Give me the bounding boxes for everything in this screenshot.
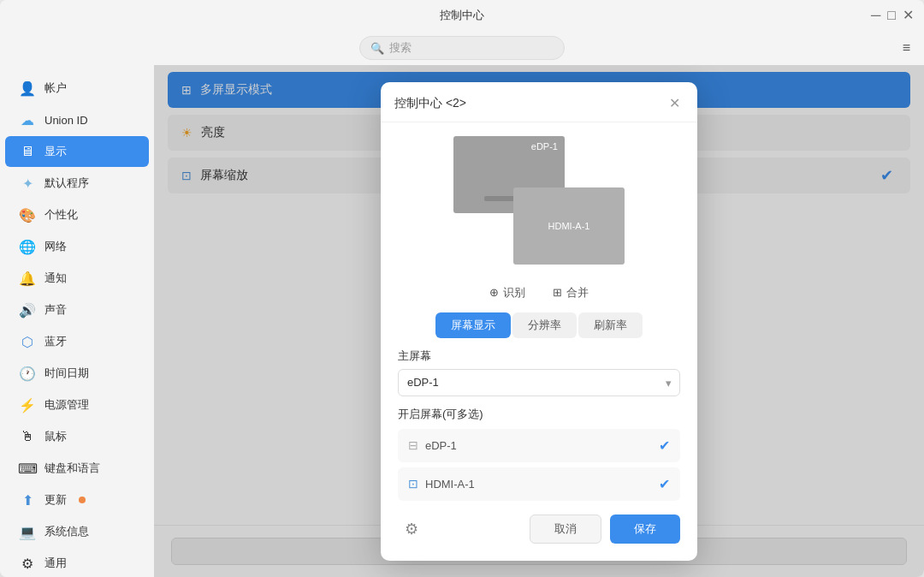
screen-hdmi-left: ⊡ HDMI-A-1	[408, 477, 475, 491]
tab-screen-display-label: 屏幕显示	[451, 318, 495, 331]
sidebar-item-mouse[interactable]: 🖱 鼠标	[5, 421, 149, 452]
sidebar-item-network[interactable]: 🌐 网络	[5, 231, 149, 262]
action-row: ⊕ 识别 ⊞ 合并	[381, 282, 697, 304]
primary-screen-select[interactable]: eDP-1 HDMI-A-1	[398, 369, 680, 396]
tab-refresh[interactable]: 刷新率	[578, 312, 643, 338]
notify-icon: 🔔	[19, 270, 36, 287]
tab-screen-display[interactable]: 屏幕显示	[435, 312, 511, 338]
bluetooth-icon: ⬡	[19, 333, 36, 350]
search-bar[interactable]: 🔍 搜索	[359, 36, 565, 60]
update-icon: ⬆	[19, 491, 36, 509]
identify-icon: ⊕	[489, 286, 499, 299]
footer-actions: 取消 保存	[530, 515, 680, 544]
content-area: ⊞ 多屏显示模式 ☀ 亮度 ⊡ 屏幕缩放 ✔ 自定义设置	[154, 65, 924, 577]
sidebar-label-mouse: 鼠标	[44, 429, 67, 444]
sidebar-item-power[interactable]: ⚡ 电源管理	[5, 390, 149, 420]
tab-resolution[interactable]: 分辨率	[512, 312, 577, 338]
sidebar-item-sound[interactable]: 🔊 声音	[5, 294, 149, 325]
screen-edp-label: eDP-1	[425, 439, 457, 452]
default-app-icon: ✦	[19, 175, 36, 192]
network-icon: 🌐	[19, 238, 36, 255]
modal-dialog: 控制中心 <2> ✕ eDP-1 HDMI-A-1	[381, 82, 697, 561]
sidebar-item-datetime[interactable]: 🕐 时间日期	[5, 358, 149, 389]
main-window: 控制中心 ─ □ ✕ 🔍 搜索 ≡ 👤 帐户 ☁ Union ID 🖥	[0, 0, 924, 577]
sidebar-label-account: 帐户	[44, 80, 67, 96]
display-hdmi-label: HDMI-A-1	[548, 221, 590, 231]
open-screens-label: 开启屏幕(可多选)	[398, 407, 680, 422]
display-edp-label: eDP-1	[531, 141, 558, 152]
settings-icon: ⚙	[405, 520, 418, 538]
update-badge	[79, 497, 86, 503]
identify-button[interactable]: ⊕ 识别	[483, 282, 532, 304]
modal-footer: ⚙ 取消 保存	[381, 506, 697, 544]
screen-edp-icon: ⊟	[408, 438, 418, 452]
screen-edp-left: ⊟ eDP-1	[408, 438, 457, 452]
search-bar-container: 🔍 搜索 ≡	[0, 31, 924, 65]
account-icon: 👤	[19, 80, 36, 97]
sidebar-label-keyboard: 键盘和语言	[44, 461, 100, 476]
merge-button[interactable]: ⊞ 合并	[546, 282, 595, 304]
sidebar-item-notify[interactable]: 🔔 通知	[5, 263, 149, 294]
sidebar-item-unionid[interactable]: ☁ Union ID	[5, 104, 149, 135]
window-title: 控制中心	[440, 8, 484, 23]
maximize-button[interactable]: □	[887, 9, 896, 22]
main-area: 👤 帐户 ☁ Union ID 🖥 显示 ✦ 默认程序 🎨 个性化 🌐	[0, 65, 924, 577]
title-bar: 控制中心 ─ □ ✕	[0, 0, 924, 31]
sound-icon: 🔊	[19, 301, 36, 318]
modal-header: 控制中心 <2> ✕	[381, 82, 697, 122]
unionid-icon: ☁	[19, 111, 36, 128]
primary-screen-select-wrapper: eDP-1 HDMI-A-1 ▾	[398, 369, 680, 396]
screen-hdmi-label: HDMI-A-1	[425, 478, 475, 491]
keyboard-icon: ⌨	[19, 460, 36, 477]
close-button[interactable]: ✕	[903, 9, 914, 22]
sidebar-label-unionid: Union ID	[44, 114, 88, 127]
sidebar-item-account[interactable]: 👤 帐户	[5, 73, 149, 104]
window-controls: ─ □ ✕	[871, 9, 914, 22]
sidebar-label-sysinfo: 系统信息	[44, 524, 89, 539]
display-hdmi-block[interactable]: HDMI-A-1	[513, 187, 625, 265]
sidebar-item-sysinfo[interactable]: 💻 系统信息	[5, 516, 149, 547]
screen-option-edp[interactable]: ⊟ eDP-1 ✔	[398, 429, 680, 462]
sidebar-item-default-app[interactable]: ✦ 默认程序	[5, 168, 149, 199]
sidebar-label-display: 显示	[44, 144, 67, 159]
screen-hdmi-check: ✔	[659, 476, 670, 492]
modal-overlay: 控制中心 <2> ✕ eDP-1 HDMI-A-1	[154, 65, 924, 577]
sidebar-label-personalize: 个性化	[44, 207, 78, 223]
merge-label: 合并	[566, 285, 589, 300]
display-preview: eDP-1 HDMI-A-1	[453, 136, 625, 265]
sidebar-label-network: 网络	[44, 239, 67, 254]
sidebar-item-general[interactable]: ⚙ 通用	[5, 548, 149, 577]
screen-option-hdmi[interactable]: ⊡ HDMI-A-1 ✔	[398, 467, 680, 501]
save-button[interactable]: 保存	[610, 515, 680, 544]
sysinfo-icon: 💻	[19, 523, 36, 540]
settings-button[interactable]: ⚙	[398, 515, 425, 543]
search-placeholder: 搜索	[389, 40, 412, 56]
tab-resolution-label: 分辨率	[528, 318, 561, 331]
sidebar-label-datetime: 时间日期	[44, 366, 89, 381]
sidebar-label-default-app: 默认程序	[44, 175, 89, 191]
primary-screen-label: 主屏幕	[398, 348, 680, 364]
sidebar-item-keyboard[interactable]: ⌨ 键盘和语言	[5, 453, 149, 484]
minimize-button[interactable]: ─	[871, 9, 880, 22]
personalize-icon: 🎨	[19, 206, 36, 223]
sidebar-item-personalize[interactable]: 🎨 个性化	[5, 199, 149, 230]
datetime-icon: 🕐	[19, 365, 36, 382]
sidebar-label-notify: 通知	[44, 271, 67, 286]
sidebar-label-update: 更新	[44, 492, 67, 508]
menu-icon[interactable]: ≡	[903, 40, 910, 56]
modal-title: 控制中心 <2>	[394, 96, 466, 111]
form-section: 主屏幕 eDP-1 HDMI-A-1 ▾ 开启屏幕(可多选) ⊟	[381, 348, 697, 506]
cancel-button[interactable]: 取消	[530, 515, 601, 544]
sidebar-label-sound: 声音	[44, 302, 67, 318]
sidebar-item-bluetooth[interactable]: ⬡ 蓝牙	[5, 326, 149, 357]
power-icon: ⚡	[19, 396, 36, 413]
tab-refresh-label: 刷新率	[594, 318, 627, 331]
screen-edp-check: ✔	[659, 437, 670, 454]
screen-hdmi-icon: ⊡	[408, 477, 418, 491]
sidebar-item-update[interactable]: ⬆ 更新	[5, 485, 149, 515]
mouse-icon: 🖱	[19, 428, 36, 445]
modal-close-button[interactable]: ✕	[665, 94, 684, 113]
merge-icon: ⊞	[553, 286, 562, 299]
sidebar-item-display[interactable]: 🖥 显示	[5, 136, 149, 167]
display-icon: 🖥	[19, 143, 36, 160]
